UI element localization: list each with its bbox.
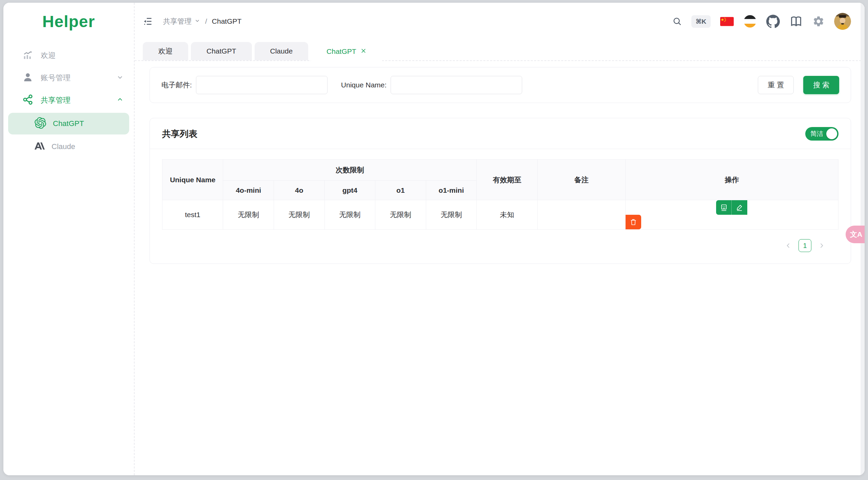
close-icon[interactable]	[360, 47, 367, 56]
share-nodes-icon	[22, 94, 33, 106]
share-list-card: 共享列表 简洁	[150, 118, 851, 264]
settings-gear-icon[interactable]	[812, 15, 825, 27]
share-list-title: 共享列表	[162, 128, 197, 140]
share-table: Unique Name 次数限制 有效期至 备注 操作 4o-mini 4o g…	[162, 159, 839, 230]
chevron-up-icon	[116, 96, 124, 105]
cell-note	[537, 200, 625, 230]
sidebar-item-label: 共享管理	[41, 95, 71, 105]
topbar-actions: ⌘K	[672, 13, 851, 30]
delete-button[interactable]	[626, 215, 641, 229]
share-list-header: 共享列表 简洁	[150, 118, 851, 149]
col-header-model: o1-mini	[426, 181, 477, 200]
openai-logo-icon	[35, 117, 46, 130]
concise-mode-toggle[interactable]: 简洁	[805, 127, 839, 141]
tab-label: 欢迎	[158, 46, 173, 56]
tab-welcome[interactable]: 欢迎	[143, 42, 188, 60]
sidebar-collapse-icon[interactable]	[143, 16, 153, 26]
col-header-model: gpt4	[324, 181, 375, 200]
col-header-note: 备注	[537, 160, 625, 200]
tab-claude[interactable]: Claude	[255, 42, 309, 60]
sidebar-item-label: 欢迎	[41, 50, 56, 61]
theme-toggle-icon[interactable]	[743, 15, 757, 28]
tab-chatgpt-active[interactable]: ChatGPT	[311, 42, 382, 61]
col-header-model: 4o	[274, 181, 325, 200]
sidebar-subitem-label: ChatGPT	[53, 119, 84, 128]
email-input[interactable]	[196, 76, 328, 94]
user-avatar[interactable]	[834, 13, 851, 30]
breadcrumb-separator: /	[205, 17, 207, 25]
sidebar-item-shares[interactable]: 共享管理	[3, 89, 134, 111]
sidebar-subitem-chatgpt[interactable]: ChatGPT	[8, 113, 129, 134]
chart-icon	[22, 49, 33, 62]
user-icon	[22, 72, 33, 84]
edit-button[interactable]	[732, 200, 747, 215]
col-header-model: o1	[375, 181, 426, 200]
share-table-wrap: Unique Name 次数限制 有效期至 备注 操作 4o-mini 4o g…	[150, 149, 851, 255]
page-number[interactable]: 1	[798, 239, 811, 252]
page-next-icon[interactable]	[818, 242, 825, 249]
anthropic-logo-icon	[35, 141, 45, 152]
unique-name-label: Unique Name:	[341, 81, 387, 89]
cell-limit: 无限制	[274, 200, 325, 230]
sidebar-item-welcome[interactable]: 欢迎	[3, 44, 134, 67]
account-card-button[interactable]	[716, 200, 732, 215]
unique-name-input[interactable]	[391, 76, 522, 94]
email-label: 电子邮件:	[161, 80, 192, 90]
chevron-down-icon	[116, 74, 124, 82]
sidebar-subitem-label: Claude	[52, 142, 75, 151]
cell-limit: 无限制	[426, 200, 477, 230]
reset-button[interactable]: 重 置	[758, 76, 794, 94]
col-header-expire: 有效期至	[477, 160, 537, 200]
keyboard-shortcut-badge[interactable]: ⌘K	[691, 15, 711, 28]
translate-float-button[interactable]: 文A	[846, 226, 865, 243]
tab-label: Claude	[270, 47, 293, 55]
cell-unique-name: test1	[162, 200, 223, 230]
github-icon[interactable]	[766, 15, 780, 28]
toggle-knob	[826, 128, 837, 139]
app-logo: Helper	[3, 12, 134, 31]
sidebar-item-accounts[interactable]: 账号管理	[3, 67, 134, 89]
tab-label: ChatGPT	[206, 47, 236, 55]
tabbar: 欢迎 ChatGPT Claude ChatGPT	[135, 40, 865, 61]
sidebar-item-label: 账号管理	[41, 73, 71, 83]
cell-limit: 无限制	[375, 200, 426, 230]
filter-card: 电子邮件: Unique Name: 重 置 搜 索	[150, 67, 851, 103]
pagination: 1	[162, 230, 839, 255]
search-icon[interactable]	[672, 17, 682, 26]
language-flag-icon[interactable]	[720, 17, 734, 26]
tab-label: ChatGPT	[327, 47, 356, 56]
col-header-actions: 操作	[625, 160, 838, 200]
breadcrumb: 共享管理 / ChatGPT	[163, 17, 241, 26]
toggle-label: 简洁	[810, 129, 823, 138]
col-header-unique-name: Unique Name	[162, 160, 223, 200]
page-prev-icon[interactable]	[785, 242, 792, 249]
chevron-down-icon	[194, 17, 200, 25]
sidebar: Helper 欢迎 账号管理	[3, 3, 135, 475]
tab-chatgpt-pinned[interactable]: ChatGPT	[191, 42, 252, 60]
cell-limit: 无限制	[223, 200, 274, 230]
cell-actions	[625, 200, 838, 230]
col-header-limit-group: 次数限制	[223, 160, 477, 181]
app-window: Helper 欢迎 账号管理	[3, 3, 865, 475]
content: 电子邮件: Unique Name: 重 置 搜 索 共享列表 简洁	[135, 61, 865, 475]
docs-book-icon[interactable]	[789, 15, 803, 28]
filter-actions: 重 置 搜 索	[758, 76, 839, 94]
breadcrumb-current[interactable]: ChatGPT	[212, 17, 242, 25]
search-button[interactable]: 搜 索	[803, 76, 839, 94]
table-row: test1 无限制 无限制 无限制 无限制 无限制 未知	[162, 200, 839, 230]
cell-expire: 未知	[477, 200, 537, 230]
main-area: 共享管理 / ChatGPT ⌘K	[135, 3, 865, 475]
sidebar-subitem-claude[interactable]: Claude	[8, 136, 129, 158]
breadcrumb-parent[interactable]: 共享管理	[163, 17, 192, 26]
topbar: 共享管理 / ChatGPT ⌘K	[135, 3, 865, 40]
col-header-model: 4o-mini	[223, 181, 274, 200]
cell-limit: 无限制	[324, 200, 375, 230]
